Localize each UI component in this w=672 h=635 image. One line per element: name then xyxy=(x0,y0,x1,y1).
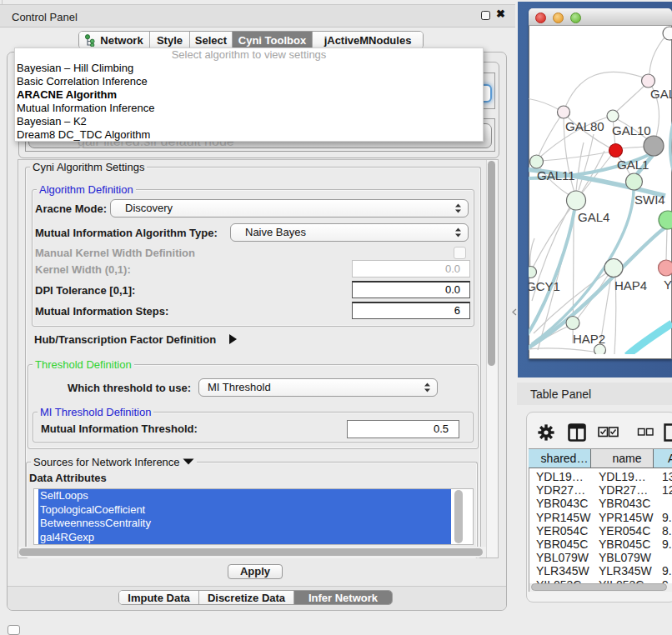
svg-text:HAP4: HAP4 xyxy=(614,278,647,292)
svg-text:GAL4: GAL4 xyxy=(578,210,609,224)
svg-text:GAL10: GAL10 xyxy=(612,123,651,138)
svg-text:GAL11: GAL11 xyxy=(537,168,575,182)
svg-text:SWI4: SWI4 xyxy=(634,192,665,207)
svg-text:GCY1: GCY1 xyxy=(529,279,560,293)
svg-text:HAP2: HAP2 xyxy=(573,332,605,346)
svg-text:GAL1: GAL1 xyxy=(617,158,649,172)
svg-text:GAL80: GAL80 xyxy=(565,119,604,133)
svg-text:YJR048W: YJR048W xyxy=(664,278,672,292)
svg-text:GAL2: GAL2 xyxy=(650,87,672,101)
